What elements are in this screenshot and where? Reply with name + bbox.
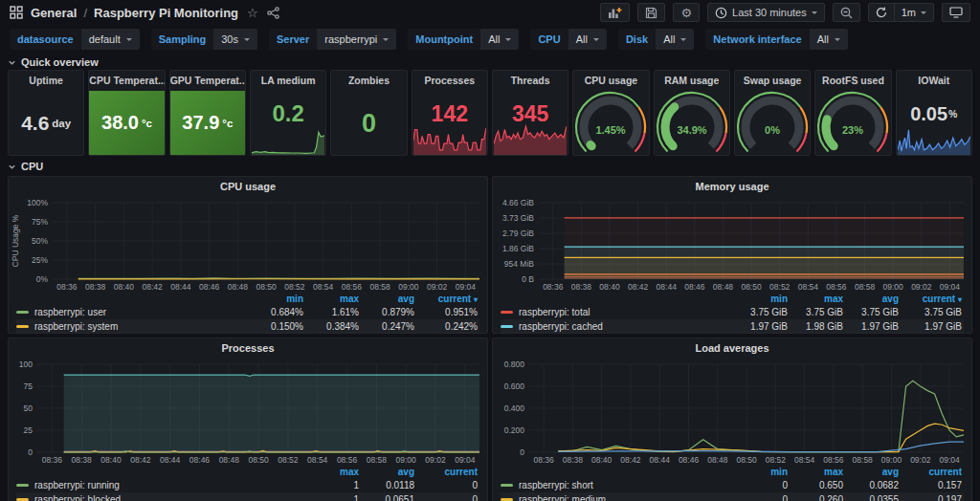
refresh-button[interactable] bbox=[869, 4, 894, 21]
panel-title: Processes bbox=[412, 75, 487, 86]
panel-gpu-temperature[interactable]: GPU Temperat... 37.9°c bbox=[169, 70, 246, 156]
panel-title: Zombies bbox=[331, 75, 406, 86]
legend-row[interactable]: raspberrypi: system0.150%0.384%0.247%0.2… bbox=[16, 319, 479, 334]
svg-text:09:00: 09:00 bbox=[881, 455, 902, 465]
row-header-cpu[interactable]: CPU bbox=[0, 160, 980, 174]
variable-value-dropdown[interactable]: All bbox=[810, 29, 848, 50]
svg-text:08:44: 08:44 bbox=[650, 455, 671, 465]
page-title[interactable]: Raspberry Pi Monitoring bbox=[94, 6, 238, 20]
save-dashboard-button[interactable] bbox=[637, 3, 665, 22]
panel-title[interactable]: Memory usage bbox=[493, 177, 971, 195]
variable-cpu: CPU All bbox=[530, 29, 606, 50]
svg-text:09:04: 09:04 bbox=[939, 455, 960, 465]
row-header-quick-overview[interactable]: Quick overview bbox=[0, 55, 980, 70]
time-series-plot[interactable]: 00.2000.4000.6000.80008:3608:3808:4008:4… bbox=[493, 357, 971, 466]
favorite-star-icon[interactable]: ☆ bbox=[247, 6, 258, 20]
dashboards-grid-icon[interactable] bbox=[10, 6, 23, 19]
svg-text:08:36: 08:36 bbox=[533, 455, 554, 465]
zoom-out-time-button[interactable] bbox=[833, 3, 860, 22]
panel-load-averages-chart: Load averages 00.2000.4000.6000.80008:36… bbox=[492, 338, 972, 501]
series-name: raspberrypi: user bbox=[34, 307, 106, 317]
legend-sort-max[interactable]: max bbox=[790, 467, 845, 477]
legend-sort-avg[interactable]: avg bbox=[845, 294, 901, 304]
panel-swap-usage-gauge[interactable]: Swap usage 0% bbox=[734, 70, 811, 156]
panel-rootfs-used-gauge[interactable]: RootFS used 23% bbox=[814, 70, 891, 156]
breadcrumb: General / Raspberry Pi Monitoring bbox=[31, 6, 238, 20]
legend-sort-max[interactable]: max bbox=[305, 294, 361, 304]
sparkline bbox=[252, 130, 324, 155]
series-color-dash bbox=[501, 325, 513, 328]
panel-ram-usage-gauge[interactable]: RAM usage 34.9% bbox=[654, 70, 730, 156]
panel-title: GPU Temperat... bbox=[170, 75, 245, 86]
svg-text:08:42: 08:42 bbox=[620, 455, 641, 465]
legend-sort-current[interactable]: current bbox=[901, 467, 964, 477]
refresh-interval-dropdown[interactable]: 1m bbox=[895, 4, 933, 21]
panel-iowait[interactable]: IOWait 0.05% bbox=[896, 70, 972, 156]
panel-title[interactable]: Load averages bbox=[493, 338, 971, 357]
panel-title[interactable]: CPU usage bbox=[9, 177, 487, 195]
legend-sort-min[interactable]: min bbox=[734, 467, 790, 477]
chevron-down-icon bbox=[812, 11, 817, 17]
legend-sort-current[interactable]: current bbox=[416, 467, 479, 477]
legend-sort-max[interactable]: max bbox=[790, 294, 845, 304]
panel-zombies[interactable]: Zombies 0 bbox=[330, 70, 407, 156]
legend-row[interactable]: raspberrypi: running10.01180 bbox=[16, 478, 479, 492]
add-panel-button[interactable] bbox=[600, 3, 630, 22]
variable-value-dropdown[interactable]: All bbox=[568, 29, 607, 50]
time-series-plot[interactable]: 0%25%50%75%100%08:3608:3808:4008:4208:44… bbox=[9, 195, 487, 293]
legend-sort-min[interactable]: min bbox=[250, 294, 305, 304]
legend-row[interactable]: raspberrypi: cached1.97 GiB1.98 GiB1.97 … bbox=[501, 319, 964, 334]
variable-label: Network interface bbox=[705, 29, 809, 50]
legend-row[interactable]: raspberrypi: short00.6500.06820.157 bbox=[501, 478, 964, 492]
chevron-down-icon bbox=[126, 38, 132, 44]
panel-title: RAM usage bbox=[655, 75, 729, 86]
time-series-plot[interactable]: 025507510008:3608:3808:4008:4208:4408:46… bbox=[9, 357, 487, 466]
legend-value: 0.242% bbox=[416, 321, 479, 332]
legend-value: 0.247% bbox=[361, 321, 416, 332]
svg-text:75%: 75% bbox=[32, 217, 48, 227]
time-range-picker[interactable]: Last 30 minutes bbox=[707, 3, 825, 22]
svg-text:08:40: 08:40 bbox=[114, 282, 135, 292]
variable-value-dropdown[interactable]: default bbox=[81, 29, 140, 50]
breadcrumb-section[interactable]: General bbox=[31, 6, 77, 20]
panel-la-medium[interactable]: LA medium 0.2 bbox=[250, 70, 326, 156]
series-name: raspberrypi: short bbox=[519, 480, 593, 490]
dashboard-variables: datasource default Sampling 30s Server r… bbox=[0, 25, 980, 55]
series-name: raspberrypi: running bbox=[34, 480, 120, 490]
legend-sort-min[interactable]: min bbox=[734, 294, 790, 304]
panel-cpu-temperature[interactable]: CPU Temperat... 38.0°c bbox=[88, 70, 165, 156]
variable-value-dropdown[interactable]: All bbox=[480, 29, 519, 50]
svg-text:50: 50 bbox=[24, 403, 33, 413]
kiosk-mode-button[interactable] bbox=[942, 3, 970, 22]
panel-uptime[interactable]: Uptime 4.6day bbox=[8, 70, 84, 156]
legend-row[interactable]: raspberrypi: blocked10.06510 bbox=[16, 492, 479, 501]
legend-row[interactable]: raspberrypi: user0.684%1.61%0.879%0.951% bbox=[16, 305, 479, 319]
share-icon[interactable] bbox=[267, 7, 279, 19]
panel-cpu-usage-gauge[interactable]: CPU usage 1.45% bbox=[572, 70, 649, 156]
panel-threads-stat[interactable]: Threads 345 bbox=[492, 70, 568, 156]
legend-sort-max[interactable]: max bbox=[305, 467, 361, 477]
svg-text:08:52: 08:52 bbox=[766, 455, 787, 465]
panel-processes-stat[interactable]: Processes 142 bbox=[412, 70, 488, 156]
time-series-plot[interactable]: 0 B954 MiB1.86 GiB2.79 GiB3.73 GiB4.66 G… bbox=[493, 195, 971, 293]
legend-value: 1 bbox=[305, 480, 361, 490]
series-name: raspberrypi: total bbox=[519, 307, 590, 317]
legend-sort-avg[interactable]: avg bbox=[361, 467, 416, 477]
legend-sort-avg[interactable]: avg bbox=[361, 294, 416, 304]
variable-value-dropdown[interactable]: All bbox=[656, 29, 694, 50]
variable-value-dropdown[interactable]: 30s bbox=[213, 29, 257, 50]
stat-unit: % bbox=[948, 108, 957, 120]
legend-sort-avg[interactable]: avg bbox=[845, 467, 901, 477]
gauge: 23% bbox=[815, 87, 890, 154]
series-color-dash bbox=[501, 484, 513, 487]
dashboard-settings-button[interactable]: ⚙ bbox=[673, 3, 700, 22]
svg-text:08:54: 08:54 bbox=[798, 282, 819, 292]
variable-value-dropdown[interactable]: raspberrypi bbox=[317, 29, 396, 50]
legend-sort-current[interactable]: current ▾ bbox=[901, 294, 964, 304]
panel-title[interactable]: Processes bbox=[9, 338, 487, 357]
legend-sort-current[interactable]: current ▾ bbox=[416, 294, 479, 304]
legend-value: 1.61% bbox=[305, 307, 361, 317]
legend-row[interactable]: raspberrypi: medium00.2600.03550.197 bbox=[501, 492, 964, 501]
legend-row[interactable]: raspberrypi: total3.75 GiB3.75 GiB3.75 G… bbox=[501, 305, 964, 319]
variable-label: Server bbox=[269, 29, 317, 50]
